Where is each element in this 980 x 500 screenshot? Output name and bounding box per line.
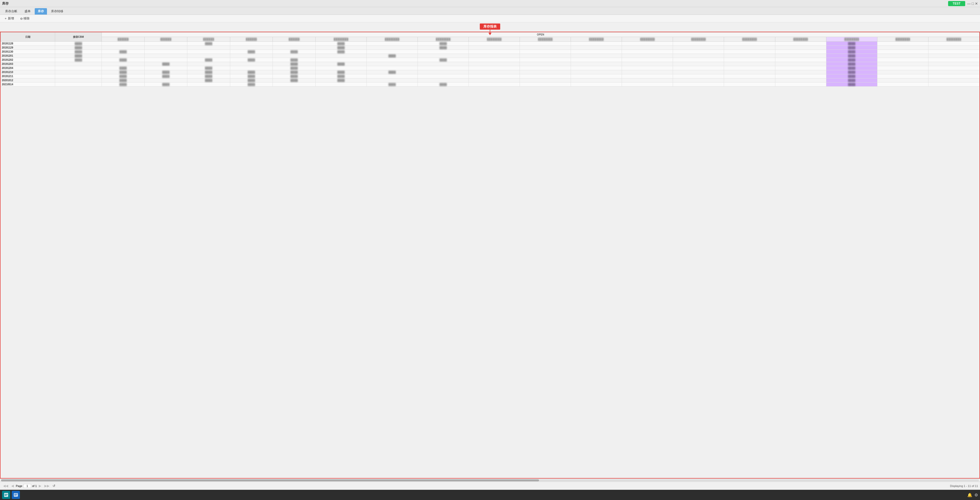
cell-data <box>102 54 145 58</box>
cell-data: ████ <box>187 42 230 46</box>
first-page-button[interactable]: ◀◀ <box>2 483 9 488</box>
cell-data <box>187 50 230 54</box>
cell-data <box>877 66 928 70</box>
cell-data: ████ <box>826 54 877 58</box>
of-label: of 1 <box>32 484 37 487</box>
cell-data <box>877 83 928 86</box>
test-button[interactable]: TEST <box>948 1 965 6</box>
cell-data <box>230 46 273 50</box>
cell-data <box>673 58 724 62</box>
table-row: 20191203████████████████ <box>1 62 980 66</box>
scrollbar-track[interactable] <box>1 479 979 481</box>
nav-tabs: 库存台帐 盛单 库存 库存转移 <box>0 7 980 15</box>
cell-data: ████ <box>102 78 145 83</box>
cell-data <box>622 42 673 46</box>
prev-page-button[interactable]: ◀ <box>10 483 15 488</box>
col-h13: ████████ <box>673 37 724 42</box>
taskbar-app1-icon[interactable] <box>2 491 10 499</box>
cell-data <box>571 83 622 86</box>
tab-kucun-zhuanyi[interactable]: 库存转移 <box>48 8 66 14</box>
cell-data <box>366 46 417 50</box>
taskbar-app2-icon[interactable] <box>12 491 20 499</box>
refresh-button[interactable]: ↺ <box>52 483 56 488</box>
settings-icon[interactable]: ⚙ <box>974 493 978 497</box>
close-icon[interactable]: ✕ <box>975 2 978 6</box>
table-row: 20191130████████████████████████ <box>1 50 980 54</box>
inventory-table: 日期 接容CBM OPEN ██████ ██████ ██████ █████… <box>0 32 980 86</box>
cell-date: 20210514 <box>1 83 55 86</box>
page-input[interactable] <box>24 484 31 488</box>
cell-data <box>775 70 826 74</box>
cell-data <box>928 54 979 58</box>
cell-data <box>230 66 273 70</box>
cell-date: 20191201 <box>1 54 55 58</box>
col-h6: ████████ <box>315 37 366 42</box>
cell-data: ████ <box>315 70 366 74</box>
svg-rect-3 <box>5 494 8 495</box>
cell-data <box>571 54 622 58</box>
cell-date: 20201012 <box>1 78 55 83</box>
cell-data: ████ <box>417 46 469 50</box>
cell-data: ████ <box>102 58 145 62</box>
col-h14: ████████ <box>724 37 775 42</box>
cell-data <box>520 42 571 46</box>
cell-data <box>520 74 571 78</box>
table-row: 20191211████████████████████████████ <box>1 74 980 78</box>
cell-data: ████ <box>273 58 316 62</box>
cell-data <box>724 50 775 54</box>
table-wrapper[interactable]: 日期 接容CBM OPEN ██████ ██████ ██████ █████… <box>0 32 980 479</box>
cell-data: ████ <box>315 62 366 66</box>
table-row: 20191129████████████████ <box>1 46 980 50</box>
svg-rect-4 <box>5 495 6 496</box>
maximize-icon[interactable]: □ <box>972 2 974 6</box>
tab-shengdan[interactable]: 盛单 <box>21 8 34 14</box>
cell-data <box>724 78 775 83</box>
cell-data <box>673 78 724 83</box>
cell-data <box>366 42 417 46</box>
scrollbar-thumb[interactable] <box>1 479 539 481</box>
cell-data: ████ <box>145 74 187 78</box>
cell-date: 20191204 <box>1 66 55 70</box>
tab-kucun[interactable]: 库存 <box>35 8 47 14</box>
cell-data <box>775 62 826 66</box>
cell-cbm: ████ <box>55 42 102 46</box>
move-button[interactable]: ⊖ 移除 <box>18 16 32 21</box>
cell-data <box>673 46 724 50</box>
cell-date: 20191211 <box>1 74 55 78</box>
cell-data: ████ <box>273 74 316 78</box>
cell-data <box>724 58 775 62</box>
col-h1: ██████ <box>102 37 145 42</box>
open-header: OPEN <box>102 32 980 37</box>
cell-data <box>673 70 724 74</box>
cell-data <box>673 54 724 58</box>
cell-data <box>417 74 469 78</box>
new-button[interactable]: ＋ 新增 <box>2 16 16 21</box>
last-page-button[interactable]: ▶▶ <box>43 483 51 488</box>
cell-data: ████ <box>230 70 273 74</box>
minus-icon[interactable]: — <box>967 2 971 6</box>
cell-data <box>520 62 571 66</box>
cell-data: ████ <box>315 50 366 54</box>
cell-data <box>145 42 187 46</box>
cell-data <box>571 62 622 66</box>
tab-kucun-taizang[interactable]: 库存台帐 <box>2 8 21 14</box>
cell-data <box>469 50 520 54</box>
cell-data <box>469 46 520 50</box>
cell-data <box>469 83 520 86</box>
horizontal-scrollbar[interactable] <box>0 479 980 482</box>
report-label: 库存报表 <box>480 24 500 30</box>
cell-date: 20191202 <box>1 58 55 62</box>
bell-icon[interactable]: 🔔 <box>967 493 972 497</box>
taskbar: 🔔 ⚙ <box>0 490 980 500</box>
cell-data: ████ <box>187 66 230 70</box>
cell-data: ████ <box>826 42 877 46</box>
cell-data <box>520 83 571 86</box>
table-row: 20210514████████████████████████ <box>1 83 980 86</box>
cell-data <box>520 50 571 54</box>
next-page-button[interactable]: ▶ <box>38 483 42 488</box>
top-bar: 库存 TEST — □ ✕ <box>0 0 980 7</box>
table-row: 20191201████████████ <box>1 54 980 58</box>
cell-date: 20191130 <box>1 50 55 54</box>
col-h7: ████████ <box>366 37 417 42</box>
cell-data <box>673 42 724 46</box>
